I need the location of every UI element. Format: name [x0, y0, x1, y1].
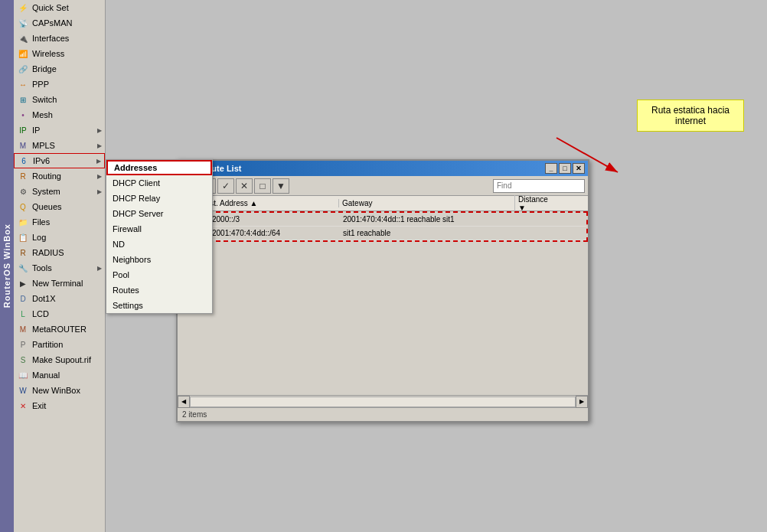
icon-files: 📁 [17, 216, 29, 228]
scroll-right-button[interactable]: ▶ [576, 396, 588, 408]
icon-mesh: • [17, 109, 29, 121]
submenu-item-neighbors[interactable]: Neighbors [106, 252, 212, 267]
submenu-item-pool[interactable]: Pool [106, 267, 212, 282]
submenu-item-firewall[interactable]: Firewall [106, 221, 212, 237]
tooltip-callout: Ruta estatica hacia internet [637, 100, 744, 132]
sidebar-item-capsman[interactable]: 📡 CAPsMAN [14, 15, 105, 31]
sidebar-item-newwin[interactable]: W New WinBox [14, 383, 105, 398]
row-dst-value-2: 2001:470:4:4dd::/64 [212, 229, 280, 237]
sidebar-item-mesh[interactable]: • Mesh [14, 107, 105, 122]
sidebar-item-bridge[interactable]: 🔗 Bridge [14, 61, 105, 77]
icon-dot1x: D [17, 292, 29, 305]
filter-button[interactable]: ▼ [273, 178, 289, 194]
submenu-item-routes[interactable]: Routes [106, 282, 212, 298]
scroll-track[interactable] [190, 397, 576, 407]
sidebar-label-tools: Tools [32, 263, 52, 273]
row-gw-2: sit1 reachable [340, 229, 516, 237]
submenu-item-dhcp-client[interactable]: DHCP Client [106, 175, 212, 191]
row-dst-2: ▶ 2001:470:4:4dd::/64 [202, 229, 340, 237]
tooltip-text: Ruta estatica hacia internet [651, 105, 729, 126]
submenu-item-dhcp-server[interactable]: DHCP Server [106, 206, 212, 221]
submenu-label-firewall: Firewall [113, 224, 142, 233]
sidebar-label-manual: Manual [32, 370, 60, 380]
ipv6-submenu: AddressesDHCP ClientDHCP RelayDHCP Serve… [106, 159, 213, 314]
sidebar-label-lcd: LCD [32, 309, 49, 318]
sidebar-item-radius[interactable]: R RADIUS [14, 245, 105, 260]
sidebar-label-ppp: PPP [32, 80, 49, 89]
sidebar-item-exit[interactable]: ✕ Exit [14, 398, 105, 413]
copy-button[interactable]: □ [254, 178, 271, 194]
sidebar-label-metarouter: MetaROUTER [32, 325, 86, 334]
icon-lcd: L [17, 308, 29, 320]
sidebar-item-log[interactable]: 📋 Log [14, 230, 105, 245]
row-dst-1: ▶ 2000::/3 [202, 215, 340, 224]
submenu-item-addresses[interactable]: Addresses [106, 160, 212, 175]
sidebar-label-switch: Switch [32, 95, 57, 104]
sidebar-item-ppp[interactable]: ↔ PPP [14, 77, 105, 92]
table-row[interactable]: AS ▶ 2000::/3 2001:470:4:4dd::1 reachabl… [179, 213, 586, 227]
table-header: Dst. Address ▲ Gateway Distance ▼ [178, 196, 588, 211]
icon-metarouter: M [17, 323, 29, 335]
sidebar-label-dot1x: Dot1X [32, 294, 56, 303]
sidebar-item-wireless[interactable]: 📶 Wireless [14, 46, 105, 61]
clear-button[interactable]: ✕ [236, 178, 253, 194]
ipv6-window-title: IPv6 Route List [181, 164, 545, 173]
col-dist-header[interactable]: Distance ▼ [514, 195, 560, 212]
submenu-label-dhcp-relay: DHCP Relay [113, 194, 160, 203]
submenu-item-dhcp-relay[interactable]: DHCP Relay [106, 191, 212, 206]
scroll-left-button[interactable]: ◀ [178, 396, 190, 408]
icon-quickset: ⚡ [17, 2, 29, 14]
sidebar-label-partition: Partition [32, 340, 63, 349]
icon-partition: P [17, 338, 29, 351]
sidebar-item-tools[interactable]: 🔧 Tools [14, 260, 105, 276]
submenu-label-pool: Pool [113, 270, 129, 279]
submenu-label-nd: ND [113, 240, 125, 249]
sidebar-label-files: Files [32, 217, 50, 227]
col-gw-header[interactable]: Gateway [338, 199, 514, 207]
sidebar-item-system[interactable]: ⚙ System [14, 184, 105, 199]
horizontal-scrollbar[interactable]: ◀ ▶ [178, 395, 588, 407]
sidebar-item-queues[interactable]: Q Queues [14, 199, 105, 214]
svg-line-1 [556, 138, 618, 172]
icon-newterminal: ▶ [17, 277, 29, 289]
submenu-label-settings: Settings [113, 301, 143, 310]
sidebar-item-ip[interactable]: IP IP [14, 122, 105, 138]
sidebar-item-lcd[interactable]: L LCD [14, 306, 105, 321]
check-button[interactable]: ✓ [217, 178, 234, 194]
submenu-item-settings[interactable]: Settings [106, 298, 212, 313]
sidebar-item-ipv6[interactable]: 6 IPv6 [14, 153, 105, 168]
sidebar-label-routing: Routing [32, 171, 61, 181]
icon-exit: ✕ [17, 400, 29, 412]
icon-bridge: 🔗 [17, 63, 29, 75]
sidebar-item-dot1x[interactable]: D Dot1X [14, 291, 105, 306]
sidebar-item-routing[interactable]: R Routing [14, 168, 105, 184]
sidebar-item-files[interactable]: 📁 Files [14, 214, 105, 230]
sidebar-label-interfaces: Interfaces [32, 34, 69, 43]
sidebar-label-newwin: New WinBox [32, 386, 80, 395]
sidebar-item-mpls[interactable]: M MPLS [14, 138, 105, 153]
sidebar-label-system: System [32, 187, 60, 196]
icon-ppp: ↔ [17, 78, 29, 90]
sidebar-label-log: Log [32, 233, 46, 242]
icon-wireless: 📶 [17, 47, 29, 60]
sidebar-item-quickset[interactable]: ⚡ Quick Set [14, 0, 105, 15]
col-dst-header[interactable]: Dst. Address ▲ [201, 199, 338, 207]
submenu-label-neighbors: Neighbors [113, 255, 151, 264]
sidebar-label-supout: Make Supout.rif [32, 355, 91, 364]
sidebar-item-newterminal[interactable]: ▶ New Terminal [14, 276, 105, 291]
sidebar-item-manual[interactable]: 📖 Manual [14, 367, 105, 383]
winbox-label: RouterOS WinBox [0, 0, 14, 532]
icon-newwin: W [17, 384, 29, 397]
tooltip-arrow [549, 134, 641, 181]
table-row[interactable]: DAC ▶ 2001:470:4:4dd::/64 sit1 reachable [179, 227, 586, 240]
sidebar-label-queues: Queues [32, 202, 62, 211]
sidebar-item-switch[interactable]: ⊞ Switch [14, 92, 105, 107]
row-gw-1: 2001:470:4:4dd::1 reachable sit1 [340, 215, 516, 224]
icon-supout: S [17, 354, 29, 366]
sidebar-item-interfaces[interactable]: 🔌 Interfaces [14, 31, 105, 46]
sidebar-item-supout[interactable]: S Make Supout.rif [14, 352, 105, 367]
arrow-svg [549, 134, 641, 180]
sidebar-item-partition[interactable]: P Partition [14, 337, 105, 352]
submenu-item-nd[interactable]: ND [106, 237, 212, 252]
sidebar-item-metarouter[interactable]: M MetaROUTER [14, 321, 105, 337]
